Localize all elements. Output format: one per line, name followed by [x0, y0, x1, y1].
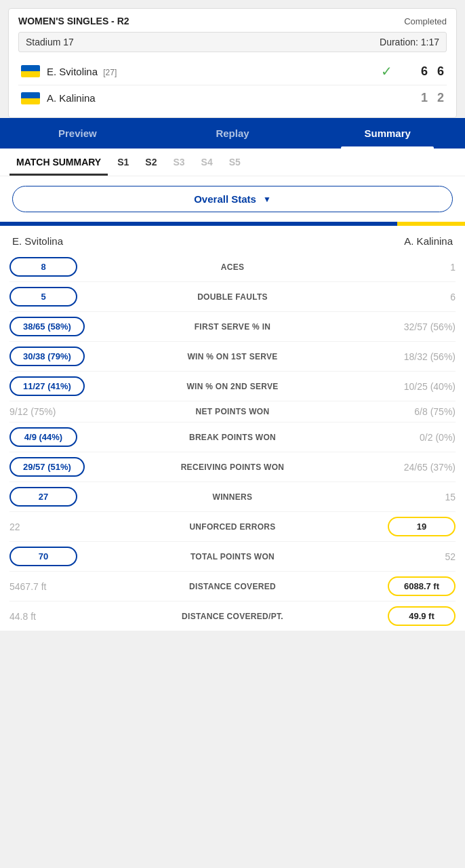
subtab-s5: S5: [222, 149, 247, 176]
stat-label: WINNERS: [141, 492, 325, 502]
stats-rows: 8ACES15DOUBLE FAULTS638/65 (58%)FIRST SE…: [9, 252, 456, 631]
stat-right-plain: 18/32 (56%): [388, 351, 456, 362]
venue-row: Stadium 17 Duration: 1:17: [18, 32, 447, 52]
subtab-s2[interactable]: S2: [138, 149, 163, 176]
stat-left-pill-blue: 8: [9, 257, 77, 277]
stat-right-plain: 15: [388, 492, 456, 502]
player2-row: A. Kalinina 1 2: [18, 85, 447, 111]
stat-row: 30/38 (79%)WIN % ON 1ST SERVE18/32 (56%): [9, 342, 456, 372]
stat-left-cell: 70: [9, 547, 141, 566]
player1-set2: 6: [437, 64, 444, 79]
chevron-down-icon: ▼: [263, 195, 271, 204]
stat-left-pill-blue: 29/57 (51%): [9, 457, 85, 477]
stat-row: 8ACES1: [9, 252, 456, 282]
stat-left-cell: 22: [9, 521, 141, 532]
stat-left-pill-blue: 70: [9, 547, 77, 566]
stat-label: DISTANCE COVERED: [141, 582, 325, 591]
stat-right-cell: 19: [324, 517, 456, 536]
stat-label: NET POINTS WON: [141, 407, 325, 416]
dropdown-container: Overall Stats ▼: [0, 176, 465, 222]
stat-right-cell: 0/2 (0%): [324, 432, 456, 443]
stat-right-plain: 32/57 (56%): [388, 321, 456, 332]
player1-seed: [27]: [103, 68, 117, 77]
subtab-match-summary[interactable]: MATCH SUMMARY: [9, 149, 108, 176]
stat-left-cell: 29/57 (51%): [9, 457, 141, 477]
subtab-s3: S3: [166, 149, 191, 176]
stat-left-pill-blue: 11/27 (41%): [9, 376, 85, 396]
stat-right-cell: 10/25 (40%): [324, 381, 456, 392]
player2-set2: 2: [437, 91, 444, 105]
player2-flag: [21, 92, 40, 104]
stat-label: WIN % ON 2ND SERVE: [141, 382, 325, 391]
stat-left-pill-blue: 5: [9, 287, 77, 307]
venue-name: Stadium 17: [26, 37, 74, 47]
stat-right-cell: 18/32 (56%): [324, 351, 456, 362]
stat-right-cell: 1: [324, 262, 456, 273]
stat-label: BREAK POINTS WON: [141, 433, 325, 442]
stat-row: 44.8 ftDISTANCE COVERED/PT.49.9 ft: [9, 601, 456, 631]
match-title: WOMEN'S SINGLES - R2: [18, 16, 129, 26]
nav-tabs: Preview Replay Summary: [0, 118, 465, 149]
stat-row: 9/12 (75%)NET POINTS WON6/8 (75%): [9, 401, 456, 422]
right-player-label: A. Kalinina: [404, 235, 453, 247]
stat-row: 70TOTAL POINTS WON52: [9, 542, 456, 572]
match-title-row: WOMEN'S SINGLES - R2 Completed: [18, 16, 447, 26]
stat-right-plain: 1: [388, 262, 456, 273]
stat-right-plain: 52: [388, 551, 456, 562]
left-player-label: E. Svitolina: [12, 235, 63, 247]
color-bar-yellow: [397, 222, 465, 226]
stat-left-cell: 30/38 (79%): [9, 347, 141, 366]
stat-right-pill-yellow: 19: [388, 517, 456, 536]
stat-label: WIN % ON 1ST SERVE: [141, 352, 325, 361]
match-header: WOMEN'S SINGLES - R2 Completed Stadium 1…: [8, 8, 457, 118]
stat-right-pill-yellow: 49.9 ft: [388, 606, 456, 626]
stat-right-cell: 32/57 (56%): [324, 321, 456, 332]
stat-label: ACES: [141, 262, 325, 272]
stat-left-pill-blue: 38/65 (58%): [9, 317, 85, 336]
stat-left-pill-blue: 30/38 (79%): [9, 347, 85, 366]
stat-label: UNFORCED ERRORS: [141, 522, 325, 532]
stat-right-plain: 24/65 (37%): [388, 462, 456, 473]
player2-scores: 1 2: [403, 91, 444, 105]
dropdown-label: Overall Stats: [194, 193, 256, 205]
stat-label: RECEIVING POINTS WON: [141, 462, 325, 472]
stat-left-plain: 5467.7 ft: [9, 581, 77, 592]
stat-row: 4/9 (44%)BREAK POINTS WON0/2 (0%): [9, 422, 456, 452]
stat-left-pill-blue: 27: [9, 487, 77, 507]
player1-name: E. Svitolina [27]: [47, 66, 381, 77]
stat-right-plain: 6: [388, 292, 456, 302]
stat-left-cell: 5: [9, 287, 141, 307]
color-bar: [0, 222, 465, 226]
winner-checkmark: ✓: [381, 63, 392, 79]
stat-left-cell: 8: [9, 257, 141, 277]
stat-right-plain: 10/25 (40%): [388, 381, 456, 392]
stat-label: DOUBLE FAULTS: [141, 292, 325, 302]
stat-right-plain: 0/2 (0%): [388, 432, 456, 443]
subtab-s1[interactable]: S1: [110, 149, 136, 176]
stat-left-cell: 27: [9, 487, 141, 507]
tab-replay[interactable]: Replay: [155, 118, 310, 149]
stat-left-cell: 9/12 (75%): [9, 406, 141, 417]
stat-row: 22UNFORCED ERRORS19: [9, 512, 456, 542]
stat-right-cell: 6/8 (75%): [324, 406, 456, 417]
tab-preview[interactable]: Preview: [0, 118, 155, 149]
stat-right-cell: 24/65 (37%): [324, 462, 456, 473]
match-status: Completed: [404, 16, 447, 26]
player1-scores: 6 6: [403, 64, 444, 79]
stat-label: TOTAL POINTS WON: [141, 552, 325, 561]
player1-row: E. Svitolina [27] ✓ 6 6: [18, 58, 447, 85]
stat-left-cell: 11/27 (41%): [9, 376, 141, 396]
overall-stats-dropdown[interactable]: Overall Stats ▼: [12, 186, 453, 212]
stat-left-cell: 44.8 ft: [9, 611, 141, 622]
tab-summary[interactable]: Summary: [310, 118, 465, 149]
color-bar-blue: [0, 222, 397, 226]
stat-label: DISTANCE COVERED/PT.: [141, 612, 325, 621]
stats-section: E. Svitolina A. Kalinina 8ACES15DOUBLE F…: [0, 226, 465, 631]
stat-right-cell: 49.9 ft: [324, 606, 456, 626]
stat-row: 29/57 (51%)RECEIVING POINTS WON24/65 (37…: [9, 452, 456, 482]
stat-right-cell: 6088.7 ft: [324, 576, 456, 596]
stat-right-cell: 6: [324, 292, 456, 302]
stat-row: 27WINNERS15: [9, 482, 456, 512]
stat-left-cell: 38/65 (58%): [9, 317, 141, 336]
stat-right-cell: 15: [324, 492, 456, 502]
